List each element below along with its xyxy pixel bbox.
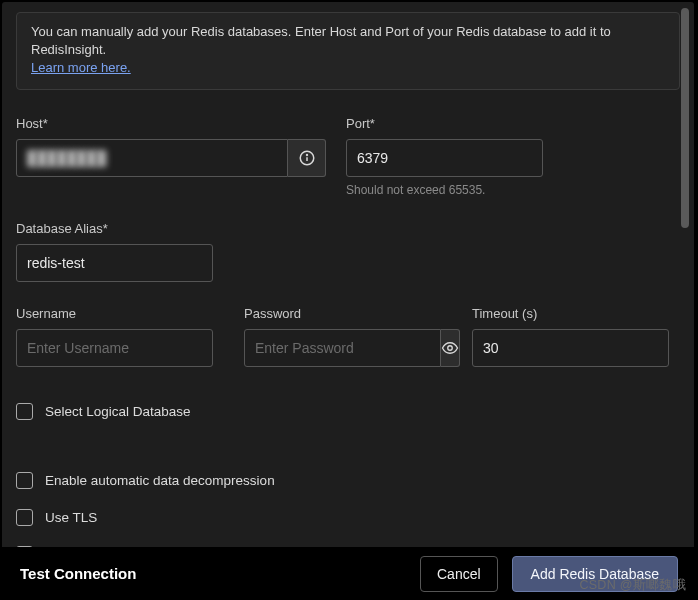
tls-checkbox[interactable] xyxy=(16,509,33,526)
svg-point-3 xyxy=(448,346,453,351)
info-icon xyxy=(298,149,316,167)
port-hint: Should not exceed 65535. xyxy=(346,183,656,197)
footer-bar: Test Connection Cancel Add Redis Databas… xyxy=(0,547,698,600)
password-field: Password xyxy=(244,306,452,367)
form-area: You can manually add your Redis database… xyxy=(2,2,694,547)
eye-icon xyxy=(441,339,459,357)
tls-row[interactable]: Use TLS xyxy=(16,509,680,526)
port-field: Port* Should not exceed 65535. xyxy=(346,116,656,197)
logical-db-row[interactable]: Select Logical Database xyxy=(16,403,680,420)
host-field: Host* ████████ xyxy=(16,116,326,197)
info-text: You can manually add your Redis database… xyxy=(31,24,611,57)
logical-db-checkbox[interactable] xyxy=(16,403,33,420)
scrollbar[interactable] xyxy=(681,8,689,228)
cancel-button[interactable]: Cancel xyxy=(420,556,498,592)
timeout-field: Timeout (s) xyxy=(472,306,680,367)
password-input[interactable] xyxy=(244,329,441,367)
port-label: Port* xyxy=(346,116,656,131)
username-input[interactable] xyxy=(16,329,213,367)
username-field: Username xyxy=(16,306,224,367)
password-label: Password xyxy=(244,306,452,321)
alias-label: Database Alias* xyxy=(16,221,680,236)
host-input[interactable]: ████████ xyxy=(16,139,288,177)
svg-point-2 xyxy=(306,155,307,156)
info-banner: You can manually add your Redis database… xyxy=(16,12,680,90)
toggle-password-button[interactable] xyxy=(441,329,460,367)
alias-field: Database Alias* xyxy=(16,221,680,282)
alias-row: Database Alias* xyxy=(16,221,680,282)
timeout-label: Timeout (s) xyxy=(472,306,680,321)
timeout-input[interactable] xyxy=(472,329,669,367)
decompress-label: Enable automatic data decompression xyxy=(45,473,275,488)
host-label: Host* xyxy=(16,116,326,131)
host-info-button[interactable] xyxy=(288,139,326,177)
add-db-panel: You can manually add your Redis database… xyxy=(0,0,698,600)
host-value-obscured: ████████ xyxy=(27,150,106,166)
tls-label: Use TLS xyxy=(45,510,97,525)
logical-db-label: Select Logical Database xyxy=(45,404,191,419)
host-port-row: Host* ████████ Port* Should not exceed 6… xyxy=(16,116,680,197)
decompress-checkbox[interactable] xyxy=(16,472,33,489)
decompress-row[interactable]: Enable automatic data decompression xyxy=(16,472,680,489)
add-database-button[interactable]: Add Redis Database xyxy=(512,556,678,592)
alias-input[interactable] xyxy=(16,244,213,282)
port-input[interactable] xyxy=(346,139,543,177)
credentials-row: Username Password Timeout (s) xyxy=(16,306,680,367)
learn-more-link[interactable]: Learn more here. xyxy=(31,60,131,75)
username-label: Username xyxy=(16,306,224,321)
test-connection-label[interactable]: Test Connection xyxy=(20,565,406,582)
